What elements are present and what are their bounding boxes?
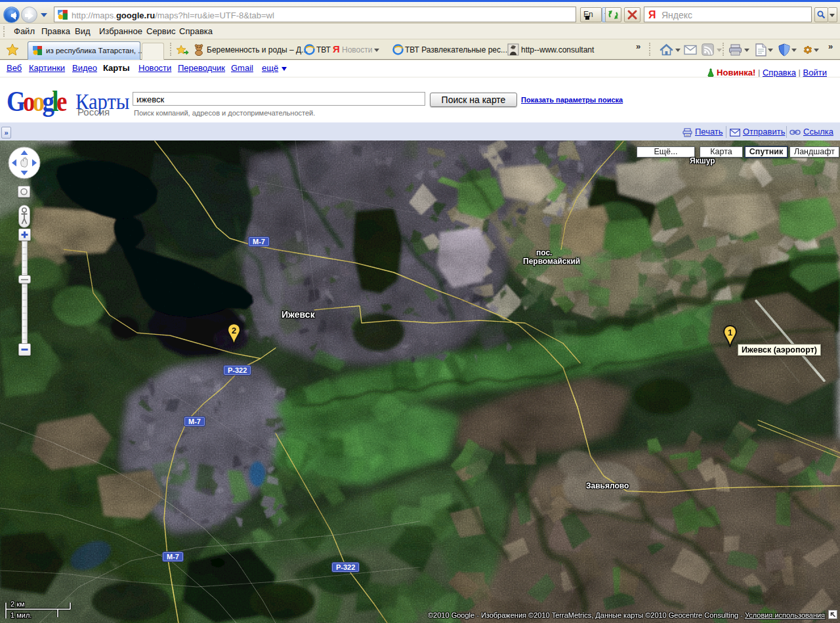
svg-text:2: 2 — [232, 326, 236, 335]
svg-text:1 мил.: 1 мил. — [10, 611, 32, 619]
svg-text:2 км: 2 км — [10, 600, 25, 608]
svg-text:1: 1 — [728, 328, 732, 337]
